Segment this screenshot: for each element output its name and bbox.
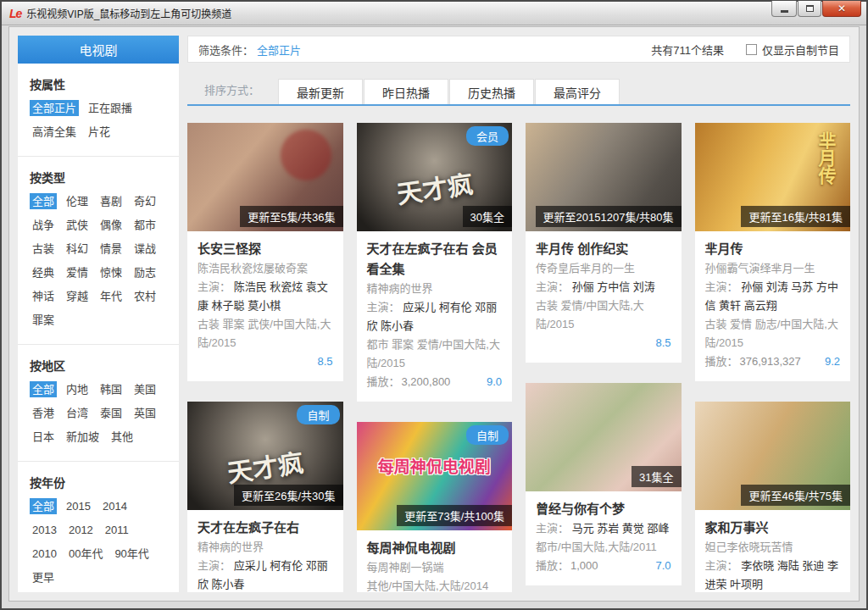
- sidebar-section: 按类型全部伦理喜剧奇幻战争武侠偶像都市古装科幻情景谍战经典爱情惊悚励志神话穿越年…: [18, 156, 179, 344]
- self-made-checkbox[interactable]: [746, 44, 757, 55]
- sidebar-filter-item[interactable]: 韩国: [97, 381, 125, 397]
- title-bar: Le 乐视视频VIP版_鼠标移动到左上角可切换频道 ✕: [2, 2, 866, 25]
- sidebar-filter-item[interactable]: 穿越: [64, 288, 91, 304]
- self-made-checkbox-label[interactable]: 仅显示自制节目: [762, 42, 839, 58]
- episode-badge: 31集全: [632, 466, 681, 487]
- sidebar-filter-item[interactable]: 神话: [30, 288, 57, 304]
- sidebar-filter-item[interactable]: 00年代: [66, 546, 105, 562]
- sidebar-filter-item[interactable]: 2010: [30, 546, 59, 562]
- sidebar-filter-item[interactable]: 更早: [30, 569, 57, 585]
- video-card[interactable]: 31集全曾经与你有个梦主演： 马元 苏岩 黄觉 邵峰都市/中国大陆,大陆/201…: [526, 383, 682, 585]
- sidebar-filter-item[interactable]: 全部正片: [30, 100, 79, 116]
- sidebar-item-list: 全部正片正在跟播高清全集片花: [30, 100, 167, 147]
- close-button[interactable]: ✕: [822, 1, 861, 17]
- sidebar-filter-item[interactable]: 2014: [100, 498, 130, 514]
- filter-bar: 筛选条件： 全部正片 共有711个结果 仅显示自制节目: [187, 36, 850, 63]
- actors-label: 主演：: [705, 559, 738, 572]
- sidebar-filter-item[interactable]: 经典: [30, 264, 57, 280]
- sidebar-filter-item[interactable]: 全部: [30, 381, 57, 397]
- sidebar-filter-item[interactable]: 情景: [97, 241, 125, 257]
- sort-tab[interactable]: 历史热播: [449, 79, 534, 104]
- card-title: 每周神侃电视剧: [367, 538, 503, 558]
- card-title: 曾经与你有个梦: [536, 499, 671, 519]
- card-info: 家和万事兴妲己李依晓玩苦情主演： 李依晓 海陆 张迪 李进荣 叶项明都市 伦理 …: [695, 510, 851, 592]
- actors-label: 主演：: [705, 280, 738, 293]
- sidebar-filter-item[interactable]: 90年代: [112, 546, 151, 562]
- sidebar-filter-item[interactable]: 爱情: [64, 264, 91, 280]
- card-column: 天才疯会员30集全天才在左疯子在右 会员看全集精神病的世界主演： 应采儿 柯有伦…: [357, 123, 513, 592]
- sidebar-filter-item[interactable]: 2015: [64, 498, 93, 514]
- sidebar-filter-item[interactable]: 罪案: [30, 312, 57, 328]
- video-card[interactable]: 天才疯会员30集全天才在左疯子在右 会员看全集精神病的世界主演： 应采儿 柯有伦…: [357, 123, 513, 402]
- sidebar-filter-item[interactable]: 科幻: [64, 241, 91, 257]
- sidebar-filter-item[interactable]: 全部: [30, 498, 57, 514]
- card-info: 芈月传 创作纪实传奇皇后芈月的一生主演： 孙俪 方中信 刘涛古装 爱情/中国大陆…: [526, 231, 682, 363]
- sidebar-filter-item[interactable]: 都市: [131, 217, 159, 233]
- sort-tab[interactable]: 最新更新: [278, 79, 363, 104]
- rating-score: 9.0: [487, 373, 502, 391]
- sidebar-filter-item[interactable]: 香港: [30, 405, 57, 421]
- sidebar-filter-item[interactable]: 农村: [131, 288, 159, 304]
- minimize-button[interactable]: [771, 1, 797, 17]
- main-panel: 筛选条件： 全部正片 共有711个结果 仅显示自制节目 排序方式： 最新更新昨日…: [187, 36, 850, 592]
- plays-count: 1,000: [570, 557, 598, 575]
- sort-bar: 排序方式： 最新更新昨日热播历史热播最高评分: [187, 79, 850, 106]
- plays-label: 播放：: [705, 352, 738, 371]
- sidebar-filter-item[interactable]: 正在跟播: [86, 100, 135, 116]
- sidebar-item-list: 全部伦理喜剧奇幻战争武侠偶像都市古装科幻情景谍战经典爱情惊悚励志神话穿越年代农村…: [30, 193, 167, 336]
- sidebar-filter-item[interactable]: 美国: [131, 381, 159, 397]
- sidebar-filter-item[interactable]: 其他: [108, 429, 136, 445]
- actors-label: 主演：: [198, 559, 231, 572]
- sidebar-filter-item[interactable]: 喜剧: [97, 193, 125, 209]
- video-card[interactable]: 更新至46集/共75集家和万事兴妲己李依晓玩苦情主演： 李依晓 海陆 张迪 李进…: [695, 402, 851, 592]
- sidebar-filter-item[interactable]: 年代: [97, 288, 125, 304]
- sidebar-filter-item[interactable]: 武侠: [64, 217, 91, 233]
- sidebar-filter-item[interactable]: 英国: [131, 405, 159, 421]
- sidebar-filter-item[interactable]: 高清全集: [30, 124, 79, 140]
- sidebar-filter-item[interactable]: 奇幻: [131, 193, 159, 209]
- maximize-button[interactable]: [798, 1, 821, 17]
- sidebar-filter-item[interactable]: 伦理: [64, 193, 91, 209]
- episode-badge: 更新至26集/共30集: [234, 485, 343, 506]
- actors-label: 主演：: [536, 522, 569, 535]
- sidebar-filter-item[interactable]: 古装: [30, 241, 57, 257]
- episode-badge: 30集全: [463, 206, 512, 227]
- sidebar-filter-item[interactable]: 2012: [66, 522, 96, 538]
- sidebar-filter-item[interactable]: 2011: [103, 522, 131, 538]
- card-actors: 主演： 马元 苏岩 黄觉 邵峰: [536, 519, 671, 538]
- sidebar-filter-item[interactable]: 新加坡: [64, 429, 102, 445]
- actors-label: 主演：: [198, 280, 231, 293]
- video-card[interactable]: 芈月传更新至16集/共81集芈月传孙俪霸气演绎芈月一生主演： 孙俪 刘涛 马苏 …: [695, 123, 851, 381]
- episode-badge: 更新至73集/共100集: [397, 505, 512, 526]
- card-desc: 孙俪霸气演绎芈月一生: [705, 259, 841, 278]
- poster-title-text: 每周神侃电视剧: [357, 454, 513, 477]
- card-title: 天才在左疯子在右: [198, 518, 333, 538]
- filter-value-link[interactable]: 全部正片: [257, 42, 301, 58]
- card-column: 芈月传更新至16集/共81集芈月传孙俪霸气演绎芈月一生主演： 孙俪 刘涛 马苏 …: [695, 123, 851, 592]
- sidebar-filter-item[interactable]: 谍战: [131, 241, 159, 257]
- sidebar-filter-item[interactable]: 全部: [30, 193, 57, 209]
- card-column: 更新至20151207集/共80集芈月传 创作纪实传奇皇后芈月的一生主演： 孙俪…: [526, 123, 682, 592]
- video-card[interactable]: 天才疯自制更新至26集/共30集天才在左疯子在右精神病的世界主演： 应采儿 柯有…: [187, 402, 343, 592]
- sidebar-section: 按年份全部20152014201320122011201000年代90年代更早: [18, 461, 179, 592]
- poster-image: 更新至46集/共75集: [695, 402, 851, 510]
- sidebar-filter-item[interactable]: 片花: [86, 124, 113, 140]
- sort-tab[interactable]: 最高评分: [535, 79, 620, 104]
- sidebar-filter-item[interactable]: 战争: [30, 217, 57, 233]
- sidebar-filter-item[interactable]: 泰国: [97, 405, 125, 421]
- close-icon: ✕: [837, 3, 846, 14]
- sort-tab[interactable]: 昨日热播: [364, 79, 448, 104]
- sidebar-filter-item[interactable]: 2013: [30, 522, 59, 538]
- sidebar-section-title: 按年份: [30, 474, 167, 491]
- video-card[interactable]: 更新至5集/共36集长安三怪探陈浩民秋瓷炫屡破奇案主演： 陈浩民 秋瓷炫 袁文康…: [187, 123, 343, 381]
- sidebar-filter-item[interactable]: 励志: [131, 264, 159, 280]
- video-card[interactable]: 每周神侃电视剧自制更新至73集/共100集每周神侃电视剧每周神剧一锅端其他/中国…: [357, 422, 513, 592]
- sidebar: 电视剧 按属性全部正片正在跟播高清全集片花按类型全部伦理喜剧奇幻战争武侠偶像都市…: [18, 36, 179, 592]
- sidebar-filter-item[interactable]: 内地: [64, 381, 91, 397]
- sidebar-filter-item[interactable]: 偶像: [97, 217, 125, 233]
- channel-header[interactable]: 电视剧: [18, 36, 179, 64]
- sidebar-filter-item[interactable]: 惊悚: [97, 264, 125, 280]
- sidebar-filter-item[interactable]: 日本: [30, 429, 57, 445]
- video-card[interactable]: 更新至20151207集/共80集芈月传 创作纪实传奇皇后芈月的一生主演： 孙俪…: [526, 123, 682, 363]
- sidebar-filter-item[interactable]: 台湾: [64, 405, 91, 421]
